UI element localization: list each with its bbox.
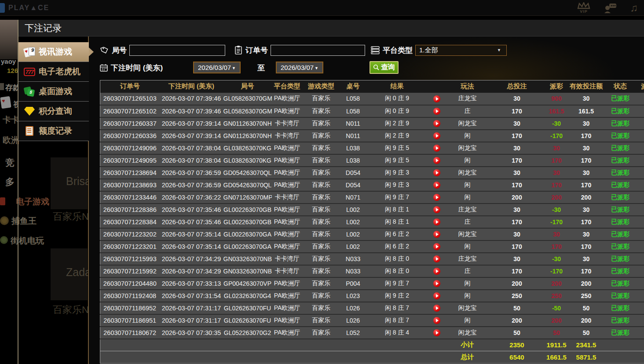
col-time: 下注时间 (美东) xyxy=(160,80,223,93)
table-row: 2603070712490952026-03-07 07:38:04GL0382… xyxy=(100,154,644,167)
status-cell: 已派彩 xyxy=(604,105,637,117)
bet-cell: 闲龙宝 xyxy=(446,228,490,240)
cut-cell xyxy=(637,216,644,228)
table-cell: L002 xyxy=(340,216,366,228)
replay-button[interactable] xyxy=(433,243,440,250)
menu-item-slots[interactable]: 777 电子老虎机 xyxy=(18,62,89,82)
lobby-item-fishing: 捕鱼王 xyxy=(11,215,37,227)
lobby-item-duo: 多 xyxy=(5,176,15,188)
page-title: 下注记录 xyxy=(25,22,62,34)
table-row: 2603070712651022026-03-07 07:39:46GL0582… xyxy=(100,105,644,117)
table-row: 2603070712232012026-03-07 07:35:14GL0022… xyxy=(100,240,644,253)
game-cell: 百家乐 xyxy=(303,327,340,339)
table-cell: L038 xyxy=(340,154,366,167)
panel-left-edge xyxy=(18,20,18,364)
replay-button[interactable] xyxy=(433,280,440,287)
replay-button[interactable] xyxy=(433,182,440,189)
replay-button[interactable] xyxy=(433,194,440,201)
platform-type-select[interactable]: 1.全部 ▼ xyxy=(415,45,507,56)
replay-button[interactable] xyxy=(433,218,440,226)
time-cell: 2026-03-07 07:35:14 xyxy=(160,240,223,253)
valid-cell: 50 xyxy=(569,327,604,339)
search-button[interactable]: 查询 xyxy=(370,61,399,74)
total-cell: 200 xyxy=(490,277,545,290)
bet-cell: 闲 xyxy=(446,277,490,290)
payout-cell: 30 xyxy=(545,167,569,179)
fishing-king-icon xyxy=(0,216,9,225)
replay-button[interactable] xyxy=(433,231,440,238)
play-cell xyxy=(428,240,446,253)
replay-button[interactable] xyxy=(433,268,440,275)
calendar-icon xyxy=(99,63,108,72)
tag-icon xyxy=(100,46,109,55)
total-cell: 170 xyxy=(490,179,545,191)
result-cell: 闲 9 庄 5 xyxy=(366,142,428,154)
play-cell xyxy=(428,253,446,265)
replay-button[interactable] xyxy=(433,206,440,213)
time-cell: 2026-03-07 07:39:14 xyxy=(160,117,223,130)
game-cell: 百家乐 xyxy=(303,93,340,105)
menu-item-points[interactable]: 积分查询 xyxy=(18,102,89,121)
round-number-input[interactable] xyxy=(129,45,225,56)
valid-cell: 200 xyxy=(569,277,604,290)
payout-cell: -30 xyxy=(545,253,569,265)
col-payout: 派彩 xyxy=(545,80,569,93)
vip-button[interactable]: VIP xyxy=(577,2,590,14)
status-cell: 已派彩 xyxy=(604,204,637,216)
date-to-picker[interactable]: 2026/03/07▼ xyxy=(276,62,323,73)
game-cell: 百家乐 xyxy=(303,265,340,277)
play-cell xyxy=(428,290,446,302)
status-cell: 已派彩 xyxy=(604,216,637,228)
replay-button[interactable] xyxy=(433,95,440,102)
replay-button[interactable] xyxy=(433,120,440,127)
plat-cell: PA欧洲厅 xyxy=(272,228,303,240)
game-cell: 百家乐 xyxy=(303,253,340,265)
plat-cell: PA欧洲厅 xyxy=(272,167,303,179)
support-button[interactable] xyxy=(604,3,617,13)
menu-item-quota[interactable]: 额度记录 xyxy=(18,121,89,141)
slot-777-icon: 777 xyxy=(23,65,36,78)
replay-button[interactable] xyxy=(433,305,440,312)
search-icon xyxy=(373,64,380,71)
game-cell: 百家乐 xyxy=(303,204,340,216)
avatar xyxy=(0,20,18,59)
replay-button[interactable] xyxy=(433,292,440,299)
date-from-picker[interactable]: 2026/03/07▼ xyxy=(193,62,241,73)
plat-cell: PA欧洲厅 xyxy=(272,179,303,191)
round-number-label: 局号 xyxy=(112,45,127,55)
replay-button[interactable] xyxy=(433,317,440,324)
total-cell: 170 xyxy=(490,265,545,277)
bet-cell: 闲 xyxy=(446,154,490,167)
round-cell: GL038263070KG xyxy=(223,142,272,154)
status-cell: 已派彩 xyxy=(604,265,637,277)
valid-cell: 250 xyxy=(569,290,604,302)
round-cell: GL026263070FU xyxy=(223,302,272,314)
chevron-down-icon: ▼ xyxy=(315,66,318,70)
subtotal-payout: 1911.5 xyxy=(545,339,569,351)
replay-button[interactable] xyxy=(433,145,440,152)
plat-cell: PA欧洲厅 xyxy=(272,277,303,290)
replay-button[interactable] xyxy=(433,132,440,139)
replay-button[interactable] xyxy=(433,329,440,336)
table-row: 2603070712603362026-03-07 07:39:14GN0112… xyxy=(100,130,644,142)
lobby-item-electronic: 电子游戏 xyxy=(16,196,49,207)
total-cell: 50 xyxy=(490,327,545,339)
table-cell: D054 xyxy=(340,179,366,191)
order-number-input[interactable] xyxy=(271,45,365,56)
replay-button[interactable] xyxy=(433,169,440,176)
table-cell: L058 xyxy=(340,105,366,117)
order-cell: 260307071186952 xyxy=(100,302,160,314)
bet-cell: 闲龙宝 xyxy=(446,117,490,130)
table-cell: L002 xyxy=(340,228,366,240)
total-cell: 170 xyxy=(490,130,545,142)
replay-button[interactable] xyxy=(433,108,440,115)
bet-cell: 庄龙宝 xyxy=(446,204,490,216)
menu-item-table-games[interactable]: 桌面游戏 xyxy=(18,82,89,102)
menu-item-video-games[interactable]: 视讯游戏 xyxy=(18,42,89,62)
order-cell: 260307071249096 xyxy=(100,142,160,154)
music-button[interactable]: ♫ xyxy=(630,2,638,14)
replay-button[interactable] xyxy=(433,157,440,164)
total-cell: 30 xyxy=(490,167,545,179)
search-button-label: 查询 xyxy=(381,63,395,72)
replay-button[interactable] xyxy=(433,255,440,262)
